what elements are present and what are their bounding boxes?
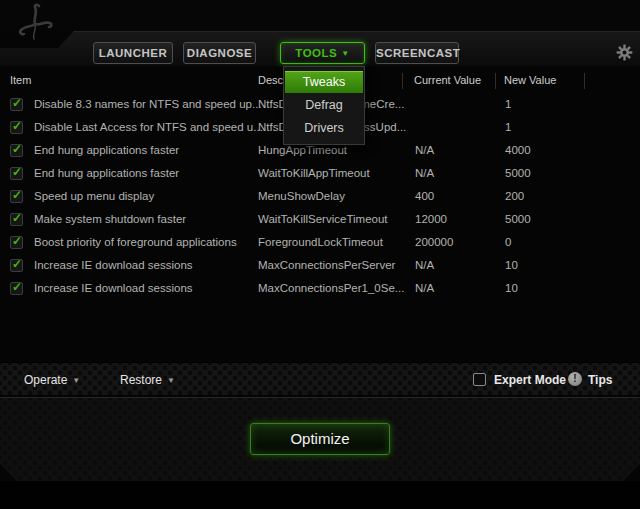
row-item-label: End hung applications faster <box>34 167 179 179</box>
optimize-button[interactable]: Optimize <box>250 423 390 455</box>
tab-screencast[interactable]: SCREENCAST <box>375 42 459 64</box>
tab-launcher[interactable]: LAUNCHER <box>93 42 173 64</box>
menu-item-defrag[interactable]: Defrag <box>285 94 363 116</box>
row-current-value: 400 <box>415 190 434 202</box>
column-header-item[interactable]: Item <box>10 74 31 86</box>
table-row[interactable]: ✓ Boost priority of foreground applicati… <box>0 232 640 255</box>
check-icon: ✓ <box>12 280 22 294</box>
row-checkbox[interactable]: ✓ <box>10 236 23 249</box>
tips-label[interactable]: Tips <box>588 373 612 387</box>
row-item-label: Disable 8.3 names for NTFS and speed up.… <box>34 98 262 110</box>
row-checkbox[interactable]: ✓ <box>10 98 23 111</box>
row-item-label: End hung applications faster <box>34 144 179 156</box>
row-current-value: N/A <box>415 167 434 179</box>
row-checkbox[interactable]: ✓ <box>10 121 23 134</box>
tab-tools[interactable]: TOOLS▼ <box>280 42 365 64</box>
row-new-value: 10 <box>505 282 518 294</box>
check-icon: ✓ <box>12 119 22 133</box>
chevron-down-icon: ▼ <box>72 376 80 385</box>
table-row[interactable]: ✓ Increase IE download sessions MaxConne… <box>0 255 640 278</box>
row-checkbox[interactable]: ✓ <box>10 213 23 226</box>
check-icon: ✓ <box>12 188 22 202</box>
razer-logo-icon <box>10 2 60 44</box>
restore-label: Restore <box>120 373 162 387</box>
check-icon: ✓ <box>12 142 22 156</box>
table-row[interactable]: ✓ Increase IE download sessions MaxConne… <box>0 278 640 301</box>
row-checkbox[interactable]: ✓ <box>10 167 23 180</box>
row-item-label: Boost priority of foreground application… <box>34 236 237 248</box>
row-new-value: 1 <box>505 121 511 133</box>
title-bar <box>0 0 640 31</box>
tab-tools-label: TOOLS <box>295 47 337 59</box>
table-row[interactable]: ✓ End hung applications faster WaitToKil… <box>0 163 640 186</box>
tips-exclamation-icon[interactable]: ! <box>568 372 582 386</box>
row-description: HungAppTimeout <box>258 144 347 156</box>
row-description: ForegroundLockTimeout <box>258 236 383 248</box>
row-current-value: N/A <box>415 259 434 271</box>
tab-diagnose[interactable]: DIAGNOSE <box>183 42 256 64</box>
menu-item-tweaks[interactable]: Tweaks <box>285 71 363 93</box>
column-divider <box>495 73 496 89</box>
table-row[interactable]: ✓ Make system shutdown faster WaitToKill… <box>0 209 640 232</box>
check-icon: ✓ <box>12 257 22 271</box>
footer-panel: Optimize <box>0 397 640 481</box>
window-bottom-edge <box>0 481 640 509</box>
table-row[interactable]: ✓ Speed up menu display MenuShowDelay 40… <box>0 186 640 209</box>
row-item-label: Disable Last Access for NTFS and speed u… <box>34 121 263 133</box>
row-new-value: 1 <box>505 98 511 110</box>
check-icon: ✓ <box>12 211 22 225</box>
row-new-value: 200 <box>505 190 524 202</box>
row-item-label: Speed up menu display <box>34 190 154 202</box>
expert-mode-label: Expert Mode <box>494 373 566 387</box>
row-new-value: 0 <box>505 236 511 248</box>
expert-mode-checkbox[interactable] <box>473 373 486 386</box>
row-item-label: Make system shutdown faster <box>34 213 186 225</box>
row-new-value: 4000 <box>505 144 531 156</box>
row-new-value: 10 <box>505 259 518 271</box>
check-icon: ✓ <box>12 234 22 248</box>
chevron-down-icon: ▼ <box>341 49 349 58</box>
row-description: WaitToKillAppTimeout <box>258 167 370 179</box>
row-description: MaxConnectionsPer1_0Se... <box>258 282 404 294</box>
row-new-value: 5000 <box>505 167 531 179</box>
app-window: FEEDBACK ON BETA john.doe@razerzone.com▼… <box>0 0 640 509</box>
row-item-label: Increase IE download sessions <box>34 282 193 294</box>
column-divider <box>584 73 585 89</box>
row-current-value: N/A <box>415 282 434 294</box>
row-checkbox[interactable]: ✓ <box>10 144 23 157</box>
row-item-label: Increase IE download sessions <box>34 259 193 271</box>
check-icon: ✓ <box>12 96 22 110</box>
row-current-value: N/A <box>415 144 434 156</box>
menu-item-drivers[interactable]: Drivers <box>285 117 363 139</box>
row-new-value: 5000 <box>505 213 531 225</box>
column-divider <box>402 73 403 89</box>
restore-menu[interactable]: Restore▼ <box>120 373 175 387</box>
chevron-down-icon: ▼ <box>167 376 175 385</box>
row-current-value: 200000 <box>415 236 453 248</box>
row-checkbox[interactable]: ✓ <box>10 259 23 272</box>
tools-dropdown-menu: Tweaks Defrag Drivers <box>283 66 365 145</box>
status-bar: Operate▼ Restore▼ Expert Mode ! Tips <box>0 362 640 396</box>
settings-gear-icon[interactable] <box>616 44 633 61</box>
operate-label: Operate <box>24 373 67 387</box>
row-checkbox[interactable]: ✓ <box>10 282 23 295</box>
row-description: MaxConnectionsPerServer <box>258 259 395 271</box>
row-description: MenuShowDelay <box>258 190 345 202</box>
column-header-new-value[interactable]: New Value <box>504 74 556 86</box>
check-icon: ✓ <box>12 165 22 179</box>
operate-menu[interactable]: Operate▼ <box>24 373 80 387</box>
row-description: WaitToKillServiceTimeout <box>258 213 388 225</box>
row-checkbox[interactable]: ✓ <box>10 190 23 203</box>
column-header-current-value[interactable]: Current Value <box>414 74 481 86</box>
row-current-value: 12000 <box>415 213 447 225</box>
